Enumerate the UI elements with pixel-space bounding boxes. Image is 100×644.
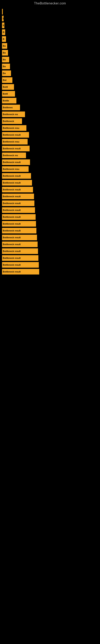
bar-item: Bottleneck result (2, 187, 33, 192)
bar-item: Bo (2, 57, 9, 62)
bar-item: Bottleneck result (2, 269, 39, 274)
bar-row: Bottl (2, 84, 100, 90)
bar-row: Bo (2, 50, 100, 56)
bar-item: Bottleneck result (2, 228, 36, 234)
bar-item: Bottleneck result (2, 146, 30, 151)
bar-row: Bottleneck result (2, 242, 100, 247)
bar-item: Bottleneck resu (2, 125, 26, 131)
bar-item: E (2, 22, 4, 28)
bar-item: Bottl (2, 84, 14, 90)
bar-item: Bottleneck result (2, 180, 32, 186)
bar-row: E (2, 22, 100, 28)
bar-item: Bot (2, 77, 12, 83)
bar-row: Bottleneck result (2, 228, 100, 234)
bar-item: Bottleneck resu (2, 139, 28, 144)
bar-row: Bottleneck res (2, 152, 100, 158)
bar-row: Bottleneck result (2, 248, 100, 254)
bar-item: Bottleneck result (2, 194, 34, 199)
bar-row: Bo (2, 70, 100, 76)
bar-row: Bottleneck result (2, 214, 100, 220)
bar-row: Bo (2, 43, 100, 49)
bar-row: Bottleneck result (2, 235, 100, 240)
bar-row: Bottleneck result (2, 255, 100, 261)
bar-item: Bottleneck result (2, 173, 31, 179)
bar-row: Bottleneck result (2, 160, 100, 165)
bar-row: Bottleneck result (2, 180, 100, 186)
bar-item: Bottleneck result (2, 160, 30, 165)
bar-item: Bottlenec (2, 105, 20, 110)
bar-item: Bottleneck result (2, 242, 38, 247)
bar-item: Bo (2, 70, 11, 76)
bar-row: Bottleneck result (2, 187, 100, 192)
bar-row: Bo (2, 64, 100, 69)
bar-item: Bo (2, 64, 10, 69)
bars-container: EEBBBoBoBoBoBoBotBottlBottlBottleBottlen… (0, 7, 100, 276)
bar-item: Bottleneck result (2, 248, 38, 254)
bar-item: Bottleneck result (2, 207, 35, 213)
bar-item: Bottleneck result (2, 255, 38, 261)
bar-row (2, 9, 100, 14)
bar-item: E (2, 16, 3, 21)
site-title: TheBottlenecker.com (0, 0, 100, 7)
bar-row: B (2, 30, 100, 35)
bar-row: Bottleneck resu (2, 125, 100, 131)
bar-row: Bottleneck result (2, 221, 100, 226)
bar-item: Bottleneck result (2, 214, 36, 220)
bar-row: Bottleneck res (2, 112, 100, 117)
bar-row: Bottleneck resu (2, 166, 100, 172)
bar-item: Bo (2, 50, 8, 56)
bar-item: B (2, 36, 6, 42)
bar-row: Bottleneck (2, 118, 100, 124)
bar-row: Bot (2, 77, 100, 83)
bar-row: Bottleneck result (2, 200, 100, 206)
bar-row: Bottleneck result (2, 207, 100, 213)
bar-row: Bottleneck result (2, 269, 100, 274)
bar-item: Bottl (2, 91, 15, 96)
bar-row: Bottleneck result (2, 146, 100, 151)
bar-row: Bottl (2, 91, 100, 96)
bar-item: Bottle (2, 98, 16, 104)
bar-item: Bottleneck (2, 118, 22, 124)
bar-item: Bottleneck result (2, 132, 29, 138)
bar-item: B (2, 30, 5, 35)
bar-row: Bottlenec (2, 105, 100, 110)
bar-item: Bottleneck result (2, 262, 39, 268)
bar-item: Bottleneck res (2, 112, 25, 117)
bar-row: Bottleneck resu (2, 139, 100, 144)
bar-item (2, 9, 3, 14)
bar-item: Bo (2, 43, 7, 49)
bar-item: Bottleneck resu (2, 166, 29, 172)
bar-item: Bottleneck result (2, 200, 34, 206)
bar-row: Bottle (2, 98, 100, 104)
bar-row: Bo (2, 57, 100, 62)
bar-row: B (2, 36, 100, 42)
bar-row: Bottleneck result (2, 194, 100, 199)
bar-row: E (2, 16, 100, 21)
bar-row: Bottleneck result (2, 262, 100, 268)
bar-row: Bottleneck result (2, 132, 100, 138)
bar-item: Bottleneck result (2, 235, 37, 240)
bar-row: Bottleneck result (2, 173, 100, 179)
bar-item: Bottleneck result (2, 221, 36, 226)
bar-item: Bottleneck res (2, 152, 26, 158)
